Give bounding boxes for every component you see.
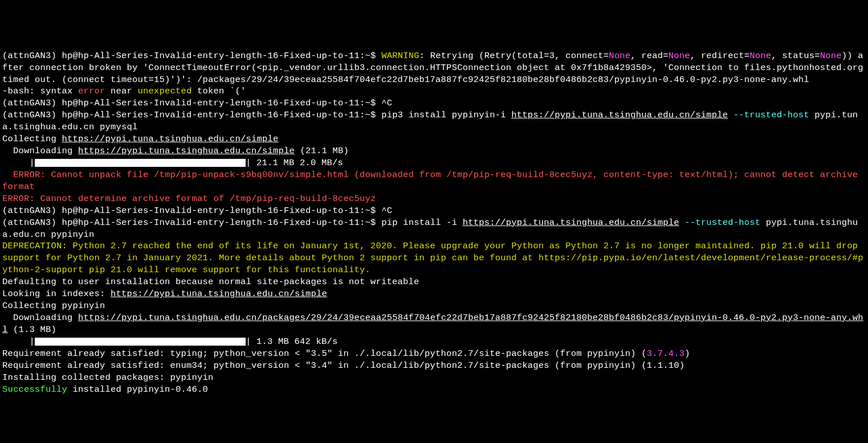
bash-error-line: -bash: syntax error near unexpected toke… (2, 86, 246, 96)
downloading-line: Downloading https://pypi.tuna.tsinghua.e… (2, 313, 863, 335)
version-number: 3.7.4.3 (647, 348, 685, 359)
url-link: https://pypi.tuna.tsinghua.edu.cn/simple (62, 134, 279, 144)
url-link: https://pypi.tuna.tsinghua.edu.cn/simple (111, 289, 327, 299)
flag: --trusted-host (679, 218, 761, 228)
url-link: https://pypi.tuna.tsinghua.edu.cn/packag… (2, 313, 863, 335)
requirement-line: Requirement already satisfied: enum34; p… (2, 360, 684, 371)
flag: --trusted-host (728, 110, 809, 120)
url-link: https://pypi.tuna.tsinghua.edu.cn/simple (511, 110, 728, 120)
none-value: None (749, 51, 771, 61)
none-value: None (669, 51, 690, 61)
prompt-line: (attnGAN3) hp@hp-All-Series-Invalid-entr… (2, 51, 376, 61)
ctrlc: ^C (376, 206, 393, 216)
url-link: https://pypi.tuna.tsinghua.edu.cn/simple (78, 146, 295, 156)
none-value: None (609, 51, 630, 61)
progress-line: || 21.1 MB 2.0 MB/s (2, 158, 343, 168)
progress-bar (35, 338, 246, 346)
defaulting-line: Defaulting to user installation because … (2, 277, 419, 287)
venv-name: (attnGAN3) (2, 51, 56, 61)
requirement-line: Requirement already satisfied: typing; p… (2, 348, 690, 359)
prompt-line: (attnGAN3) hp@hp-All-Series-Invalid-entr… (2, 218, 376, 228)
terminal-output[interactable]: (attnGAN3) hp@hp-All-Series-Invalid-entr… (2, 50, 866, 396)
collecting-line: Collecting https://pypi.tuna.tsinghua.ed… (2, 134, 279, 144)
prompt-line: (attnGAN3) hp@hp-All-Series-Invalid-entr… (2, 110, 376, 120)
user-host: hp@hp-All-Series-Invalid-entry-length-16… (62, 51, 376, 61)
ctrlc: ^C (376, 98, 393, 108)
unexpected-word: unexpected (138, 86, 192, 96)
success-line: Successfully installed pypinyin-0.46.0 (2, 384, 208, 395)
command-text: pip3 install pypinyin-i (376, 110, 512, 120)
collecting-line: Collecting pypinyin (2, 301, 105, 311)
downloading-line: Downloading https://pypi.tuna.tsinghua.e… (2, 146, 349, 156)
warning-label: WARNING (381, 51, 419, 61)
progress-bar (35, 159, 246, 167)
installing-line: Installing collected packages: pypinyin (2, 372, 214, 383)
progress-line: || 1.3 MB 642 kB/s (2, 337, 338, 347)
error-message: ERROR: Cannot determine archive format o… (2, 194, 376, 204)
prompt-line: (attnGAN3) hp@hp-All-Series-Invalid-entr… (2, 98, 376, 108)
none-value: None (820, 51, 842, 61)
deprecation-warning: DEPRECATION: Python 2.7 reached the end … (2, 241, 863, 275)
command-text: pip install -i (376, 218, 463, 228)
retry-text: : Retrying (Retry(total=3, connect= (419, 51, 609, 61)
error-word: error (78, 86, 105, 96)
error-message: ERROR: Cannot unpack file /tmp/pip-unpac… (2, 170, 863, 192)
looking-line: Looking in indexes: https://pypi.tuna.ts… (2, 289, 327, 299)
url-link: https://pypi.tuna.tsinghua.edu.cn/simple (463, 218, 679, 228)
prompt-line: (attnGAN3) hp@hp-All-Series-Invalid-entr… (2, 206, 376, 216)
success-word: Successfully (2, 384, 67, 395)
